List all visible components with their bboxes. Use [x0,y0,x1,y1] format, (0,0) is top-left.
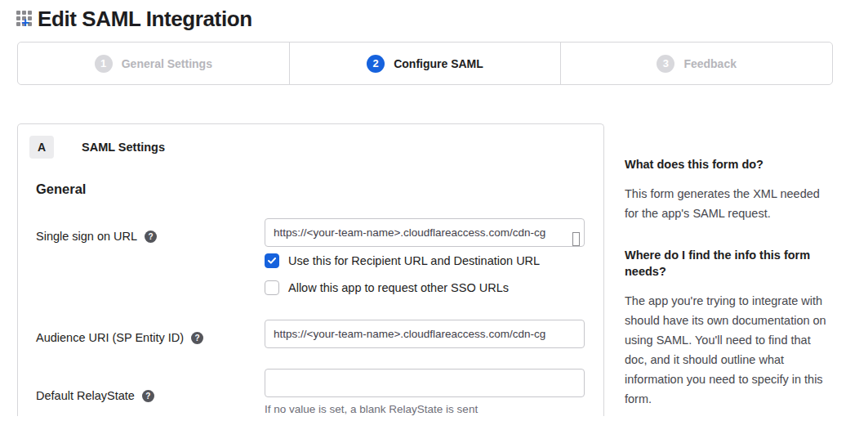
audience-uri-label: Audience URI (SP Entity ID) [36,331,184,344]
page-title: Edit SAML Integration [38,7,252,32]
sso-url-label-group: Single sign on URL ? [36,218,265,247]
sidebar-q1-title: What does this form do? [625,156,827,172]
step-2-circle: 2 [367,55,385,73]
step-1-circle: 1 [95,55,113,73]
field-row-sso-url: Single sign on URL ? [36,218,585,247]
sidebar-q2-body: The app you're trying to integrate with … [625,291,827,409]
checkbox-unchecked-icon[interactable] [265,280,279,295]
checkbox-checked-icon[interactable] [265,253,279,268]
relay-state-input[interactable] [265,369,585,397]
other-sso-urls-checkbox-label: Allow this app to request other SSO URLs [288,281,509,294]
relay-state-helper-text: If no value is set, a blank RelayState i… [265,403,585,415]
general-heading: General [36,181,585,197]
audience-uri-input[interactable] [265,320,585,348]
field-row-audience-uri: Audience URI (SP Entity ID) ? [36,320,585,348]
step-general-settings[interactable]: 1 General Settings [18,43,289,84]
field-row-relay-state: Default RelayState ? If no value is set,… [36,369,585,415]
sso-url-label: Single sign on URL [36,230,137,243]
sidebar-q2-title: Where do I find the info this form needs… [625,247,827,280]
section-a-badge: A [29,136,54,159]
sidebar-q1-body: This form generates the XML needed for t… [625,184,827,223]
step-2-label: Configure SAML [394,57,483,70]
wizard-steps: 1 General Settings 2 Configure SAML 3 Fe… [17,42,833,85]
help-icon[interactable]: ? [142,390,154,402]
step-configure-saml[interactable]: 2 Configure SAML [289,43,561,84]
saml-settings-panel: A SAML Settings General Single sign on U… [17,123,604,416]
step-feedback[interactable]: 3 Feedback [560,43,832,84]
step-3-circle: 3 [657,55,674,73]
other-sso-urls-checkbox-row[interactable]: Allow this app to request other SSO URLs [265,280,585,295]
content-area: A SAML Settings General Single sign on U… [17,123,868,416]
sso-url-options: Use this for Recipient URL and Destinati… [265,253,585,295]
panel-title: SAML Settings [82,141,165,154]
step-3-label: Feedback [683,57,737,70]
recipient-url-checkbox-row[interactable]: Use this for Recipient URL and Destinati… [265,253,585,268]
help-icon[interactable]: ? [145,231,157,243]
app-grid-plus-icon: + [16,9,36,29]
text-cursor-icon [572,232,580,246]
help-sidebar: What does this form do? This form genera… [625,123,827,409]
help-icon[interactable]: ? [191,332,203,344]
page-header: + Edit SAML Integration [0,0,868,31]
recipient-url-checkbox-label: Use this for Recipient URL and Destinati… [288,254,540,267]
step-1-label: General Settings [122,57,212,70]
audience-uri-label-group: Audience URI (SP Entity ID) ? [36,320,265,348]
panel-header: A SAML Settings [29,136,592,159]
sso-url-input[interactable] [265,218,585,247]
relay-state-label-group: Default RelayState ? [36,369,265,415]
relay-state-label: Default RelayState [36,389,135,402]
